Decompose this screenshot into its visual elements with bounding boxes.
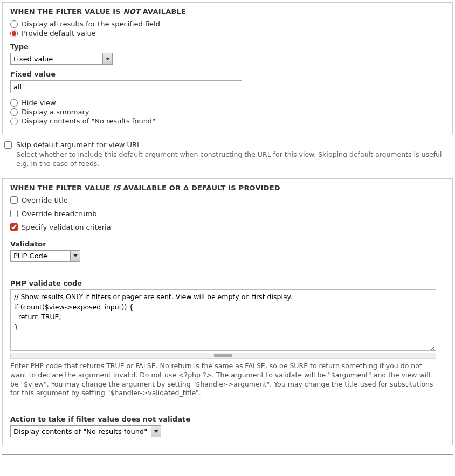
validator-select[interactable]: PHP Code (10, 250, 80, 262)
override-breadcrumb-label: Override breadcrumb (22, 210, 97, 218)
type-label: Type (10, 43, 445, 51)
textarea-resize-handle[interactable] (10, 353, 436, 359)
action-select-wrap: Display contents of "No results found" (10, 425, 161, 437)
validator-select-wrap: PHP Code (10, 250, 80, 262)
bottom-divider (2, 454, 453, 455)
fixed-value-input[interactable] (10, 80, 242, 93)
action-select[interactable]: Display contents of "No results found" (10, 425, 161, 437)
action-label: Action to take if filter value does not … (10, 415, 445, 423)
fixed-value-label: Fixed value (10, 70, 445, 78)
resize-grip-icon (214, 354, 232, 357)
radio-hide-view-label: Hide view (22, 99, 56, 107)
php-code-label: PHP validate code (10, 279, 445, 287)
fieldset-title-is-available: WHEN THE FILTER VALUE IS AVAILABLE OR A … (10, 184, 445, 192)
radio-display-no-results-label: Display contents of "No results found" (22, 117, 155, 125)
radio-display-no-results[interactable]: Display contents of "No results found" (10, 117, 445, 125)
override-title-row[interactable]: Override title (10, 196, 445, 204)
radio-display-summary-input[interactable] (10, 108, 18, 116)
type-select-wrap: Fixed value (10, 53, 113, 65)
specify-validation-row[interactable]: Specify validation criteria (10, 223, 445, 231)
radio-display-summary[interactable]: Display a summary (10, 108, 445, 116)
skip-default-checkbox[interactable] (4, 141, 12, 149)
skip-default-section: Skip default argument for view URL Selec… (4, 141, 451, 169)
radio-hide-view[interactable]: Hide view (10, 99, 445, 107)
php-code-textarea[interactable] (10, 289, 436, 351)
type-select[interactable]: Fixed value (10, 53, 113, 65)
fieldset-filter-not-available: WHEN THE FILTER VALUE IS NOT AVAILABLE D… (2, 2, 453, 134)
radio-hide-view-input[interactable] (10, 99, 18, 107)
radio-display-summary-label: Display a summary (22, 108, 89, 116)
override-breadcrumb-checkbox[interactable] (10, 210, 18, 217)
fieldset-filter-is-available: WHEN THE FILTER VALUE IS AVAILABLE OR A … (2, 178, 453, 446)
radio-display-all-input[interactable] (10, 20, 18, 28)
radio-display-all-label: Display all results for the specified fi… (22, 20, 160, 28)
radio-display-all[interactable]: Display all results for the specified fi… (10, 20, 445, 28)
skip-default-description: Select whether to include this default a… (16, 150, 451, 169)
fieldset-title-not-available: WHEN THE FILTER VALUE IS NOT AVAILABLE (10, 8, 445, 16)
radio-default-value[interactable]: Provide default value (10, 29, 445, 37)
radio-display-no-results-input[interactable] (10, 118, 18, 125)
override-title-label: Override title (22, 196, 68, 204)
php-code-help: Enter PHP code that returns TRUE or FALS… (10, 362, 439, 398)
specify-validation-checkbox[interactable] (10, 223, 18, 231)
radio-default-value-label: Provide default value (22, 29, 96, 37)
override-title-checkbox[interactable] (10, 196, 18, 204)
validator-label: Validator (10, 240, 445, 248)
override-breadcrumb-row[interactable]: Override breadcrumb (10, 210, 445, 218)
skip-default-label: Skip default argument for view URL (16, 141, 141, 149)
radio-default-value-input[interactable] (10, 30, 18, 37)
specify-validation-label: Specify validation criteria (22, 223, 111, 231)
skip-default-checkbox-row[interactable]: Skip default argument for view URL (4, 141, 451, 149)
